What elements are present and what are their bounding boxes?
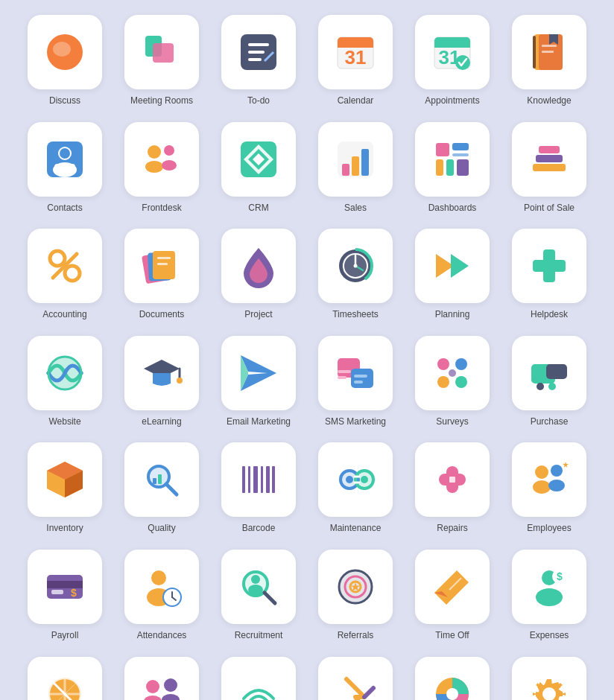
- app-pos[interactable]: Point of Sale: [504, 122, 594, 214]
- app-sms-marketing[interactable]: SMS Marketing: [311, 336, 400, 428]
- svg-point-135: [251, 575, 260, 584]
- app-payroll-label: Payroll: [51, 630, 79, 642]
- app-contacts[interactable]: Contacts: [20, 122, 110, 214]
- app-todo[interactable]: To-do: [214, 15, 303, 107]
- app-contacts-label: Contacts: [47, 203, 82, 214]
- app-documents[interactable]: Documents: [117, 229, 206, 321]
- app-maintenance-label: Maintenance: [330, 523, 382, 535]
- app-purchase[interactable]: Purchase: [504, 336, 594, 428]
- app-referrals[interactable]: Referrals: [311, 550, 400, 642]
- app-dashboards[interactable]: Dashboards: [408, 122, 497, 214]
- app-elearning[interactable]: eLearning: [117, 336, 206, 428]
- svg-point-52: [65, 266, 80, 281]
- app-meeting-rooms[interactable]: Meeting Rooms: [117, 15, 206, 107]
- svg-rect-100: [153, 478, 156, 484]
- svg-point-155: [144, 696, 162, 700]
- app-frontdesk-label: Frontdesk: [142, 203, 181, 214]
- app-maintenance[interactable]: Maintenance: [311, 442, 400, 535]
- app-time-off[interactable]: Time Off: [408, 550, 497, 642]
- svg-rect-70: [543, 260, 555, 272]
- svg-rect-83: [354, 381, 363, 384]
- app-accounting[interactable]: Accounting: [20, 229, 110, 321]
- app-attendances[interactable]: Attendances: [117, 550, 206, 642]
- svg-line-137: [265, 593, 275, 603]
- svg-rect-125: [47, 581, 83, 588]
- svg-point-88: [449, 369, 456, 377]
- app-link-tracker[interactable]: Link Tracker: [311, 657, 400, 700]
- app-email-marketing-label: Email Marketing: [227, 416, 291, 428]
- app-calendar[interactable]: 31 Calendar: [311, 15, 400, 107]
- app-grid: Discuss Meeting Rooms To-do: [20, 15, 594, 700]
- svg-rect-79: [338, 370, 351, 373]
- app-recruitment[interactable]: Recruitment: [214, 550, 303, 642]
- app-live-chat[interactable]: Live Chat: [117, 657, 206, 700]
- svg-point-31: [145, 161, 163, 173]
- app-dashboards-label: Dashboards: [428, 203, 477, 214]
- app-sales[interactable]: Sales: [311, 122, 400, 214]
- svg-point-27: [60, 148, 70, 159]
- svg-rect-50: [539, 146, 560, 153]
- svg-rect-106: [266, 466, 270, 493]
- app-sales-label: Sales: [344, 203, 367, 214]
- app-project-label: Project: [244, 309, 272, 321]
- app-barcode[interactable]: Barcode: [214, 442, 303, 535]
- svg-rect-28: [54, 164, 75, 174]
- app-sms-marketing-label: SMS Marketing: [325, 416, 386, 428]
- app-knowledge[interactable]: Knowledge: [504, 15, 594, 107]
- svg-point-145: [536, 588, 563, 606]
- app-inventory-label: Inventory: [46, 523, 83, 535]
- app-purchase-label: Purchase: [531, 416, 569, 428]
- svg-point-160: [446, 688, 458, 700]
- svg-rect-48: [533, 164, 566, 171]
- app-payroll[interactable]: $ Payroll: [20, 550, 110, 642]
- app-expenses-label: Expenses: [530, 630, 569, 642]
- svg-rect-21: [542, 45, 557, 47]
- app-appointments[interactable]: 31 Appointments: [408, 15, 497, 107]
- app-settings[interactable]: Settings: [504, 657, 594, 700]
- app-lunch[interactable]: Lunch: [20, 657, 110, 700]
- svg-point-136: [248, 585, 263, 595]
- svg-rect-46: [446, 159, 454, 176]
- svg-rect-45: [436, 159, 443, 176]
- app-appointments-label: Appointments: [425, 95, 479, 107]
- svg-point-91: [537, 383, 544, 390]
- app-apps[interactable]: Apps: [408, 657, 497, 700]
- app-website[interactable]: Website: [20, 336, 110, 428]
- app-helpdesk[interactable]: Helpdesk: [504, 229, 594, 321]
- app-planning[interactable]: Planning: [408, 229, 497, 321]
- svg-point-110: [346, 476, 353, 483]
- app-email-marketing[interactable]: Email Marketing: [214, 336, 303, 428]
- svg-rect-118: [449, 477, 455, 483]
- svg-rect-107: [272, 466, 275, 493]
- app-helpdesk-label: Helpdesk: [531, 309, 568, 321]
- svg-rect-43: [452, 143, 469, 150]
- app-recruitment-label: Recruitment: [235, 630, 283, 642]
- app-repairs[interactable]: Repairs: [408, 442, 497, 535]
- app-frontdesk[interactable]: Frontdesk: [117, 122, 206, 214]
- app-meeting-rooms-label: Meeting Rooms: [130, 95, 193, 107]
- app-expenses[interactable]: $ Expenses: [504, 550, 594, 642]
- app-iot[interactable]: IoT: [214, 657, 303, 700]
- svg-rect-90: [546, 364, 567, 379]
- svg-rect-126: [51, 590, 63, 594]
- svg-rect-49: [536, 155, 563, 162]
- app-barcode-label: Barcode: [242, 523, 276, 535]
- svg-point-86: [437, 376, 449, 388]
- svg-rect-22: [542, 51, 554, 53]
- app-project[interactable]: Project: [214, 229, 303, 321]
- app-surveys[interactable]: Surveys: [408, 336, 497, 428]
- app-crm[interactable]: CRM: [214, 122, 303, 214]
- app-repairs-label: Repairs: [437, 523, 467, 535]
- svg-point-51: [50, 251, 65, 266]
- svg-point-121: [551, 465, 563, 477]
- app-inventory[interactable]: Inventory: [20, 442, 110, 535]
- svg-rect-39: [342, 164, 349, 176]
- app-timesheets-label: Timesheets: [332, 309, 379, 321]
- app-referrals-label: Referrals: [338, 630, 374, 642]
- app-quality[interactable]: Quality: [117, 442, 206, 535]
- svg-point-120: [533, 480, 551, 494]
- app-discuss[interactable]: Discuss: [20, 15, 110, 107]
- app-timesheets[interactable]: Timesheets: [311, 229, 400, 321]
- svg-rect-44: [452, 153, 469, 156]
- app-employees[interactable]: Employees: [504, 442, 594, 535]
